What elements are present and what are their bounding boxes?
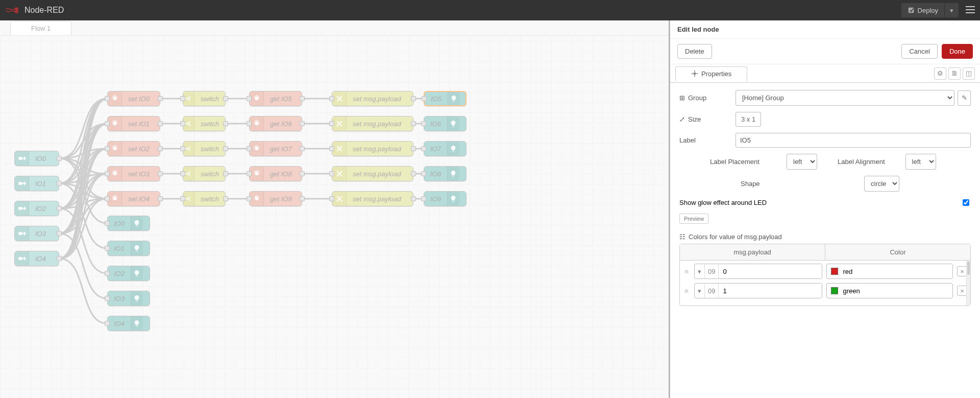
input-port[interactable]: [105, 271, 110, 276]
input-port[interactable]: [329, 146, 334, 151]
input-port[interactable]: [421, 121, 426, 126]
switch-node[interactable]: switch: [183, 141, 226, 156]
function-node[interactable]: get IO9: [249, 191, 302, 206]
input-port[interactable]: [180, 171, 185, 176]
led-node[interactable]: IO5: [424, 91, 467, 106]
input-port[interactable]: [329, 96, 334, 101]
inject-node[interactable]: IO0: [14, 151, 59, 166]
function-node[interactable]: get IO7: [249, 141, 302, 156]
switch-node[interactable]: switch: [183, 191, 226, 206]
node-settings-icon[interactable]: ⚙: [934, 67, 946, 80]
input-port[interactable]: [105, 171, 110, 176]
color-input[interactable]: [826, 264, 953, 279]
input-port[interactable]: [247, 96, 252, 101]
output-port[interactable]: [411, 196, 416, 201]
shape-select[interactable]: circle: [864, 176, 899, 192]
output-port[interactable]: [300, 171, 305, 176]
input-port[interactable]: [105, 221, 110, 226]
glow-checkbox[interactable]: [963, 199, 969, 206]
function-node[interactable]: set IO3: [107, 166, 160, 181]
inject-node[interactable]: IO1: [14, 176, 59, 191]
function-node[interactable]: set IO1: [107, 116, 160, 131]
output-port[interactable]: [300, 146, 305, 151]
input-port[interactable]: [422, 96, 427, 101]
type-caret-icon[interactable]: ▾: [695, 264, 705, 278]
change-node[interactable]: set msg.payload: [332, 191, 413, 206]
label-placement-select[interactable]: left: [787, 154, 817, 170]
output-port[interactable]: [158, 146, 163, 151]
label-alignment-select[interactable]: left: [905, 154, 936, 170]
output-port[interactable]: [223, 146, 228, 151]
change-node[interactable]: set msg.payload: [332, 166, 413, 181]
function-node[interactable]: set IO0: [107, 91, 160, 106]
group-edit-button[interactable]: ✎: [958, 90, 971, 106]
input-port[interactable]: [105, 246, 110, 251]
color-input[interactable]: [826, 283, 953, 298]
tab-flow1[interactable]: Flow 1: [10, 21, 71, 35]
type-caret-icon[interactable]: ▾: [695, 284, 705, 298]
switch-node[interactable]: switch: [183, 166, 226, 181]
output-port[interactable]: [223, 196, 228, 201]
input-port[interactable]: [180, 96, 185, 101]
input-port[interactable]: [247, 121, 252, 126]
input-port[interactable]: [247, 196, 252, 201]
node-description-icon[interactable]: 🗎: [948, 67, 961, 80]
output-port[interactable]: [411, 146, 416, 151]
input-port[interactable]: [105, 121, 110, 126]
led-node[interactable]: IO7: [424, 141, 467, 156]
output-port[interactable]: [223, 121, 228, 126]
function-node[interactable]: get IO8: [249, 166, 302, 181]
inject-node[interactable]: IO3: [14, 226, 59, 241]
output-port[interactable]: [223, 171, 228, 176]
output-port[interactable]: [57, 256, 62, 261]
label-input[interactable]: [736, 133, 971, 148]
led-node[interactable]: IO4: [107, 316, 150, 331]
inject-node[interactable]: IO4: [14, 251, 59, 266]
input-port[interactable]: [105, 196, 110, 201]
input-port[interactable]: [180, 196, 185, 201]
input-port[interactable]: [105, 146, 110, 151]
output-port[interactable]: [411, 121, 416, 126]
input-port[interactable]: [180, 146, 185, 151]
cancel-button[interactable]: Cancel: [901, 44, 937, 59]
properties-tab[interactable]: Properties: [675, 66, 747, 81]
function-node[interactable]: set IO2: [107, 141, 160, 156]
output-port[interactable]: [411, 171, 416, 176]
change-node[interactable]: set msg.payload: [332, 141, 413, 156]
led-node[interactable]: IO0: [107, 216, 150, 231]
input-port[interactable]: [105, 296, 110, 301]
input-port[interactable]: [421, 196, 426, 201]
output-port[interactable]: [57, 231, 62, 236]
output-port[interactable]: [223, 96, 228, 101]
switch-node[interactable]: switch: [183, 116, 226, 131]
color-table-scrollbar[interactable]: [966, 261, 970, 306]
drag-handle-icon[interactable]: ≡: [683, 287, 690, 295]
input-port[interactable]: [105, 96, 110, 101]
led-node[interactable]: IO9: [424, 191, 467, 206]
delete-button[interactable]: Delete: [677, 44, 712, 59]
output-port[interactable]: [300, 121, 305, 126]
function-node[interactable]: set IO4: [107, 191, 160, 206]
drag-handle-icon[interactable]: ≡: [683, 268, 690, 275]
output-port[interactable]: [158, 196, 163, 201]
group-select[interactable]: [Home] Group: [736, 90, 954, 106]
led-node[interactable]: IO6: [424, 116, 467, 131]
input-port[interactable]: [247, 146, 252, 151]
input-port[interactable]: [421, 171, 426, 176]
output-port[interactable]: [57, 206, 62, 211]
led-node[interactable]: IO1: [107, 241, 150, 256]
input-port[interactable]: [105, 321, 110, 326]
input-port[interactable]: [421, 146, 426, 151]
output-port[interactable]: [158, 96, 163, 101]
change-node[interactable]: set msg.payload: [332, 116, 413, 131]
payload-value-input[interactable]: ▾09: [694, 264, 822, 279]
output-port[interactable]: [57, 181, 62, 186]
input-port[interactable]: [247, 171, 252, 176]
switch-node[interactable]: switch: [183, 91, 226, 106]
led-node[interactable]: IO8: [424, 166, 467, 181]
payload-value-input[interactable]: ▾09: [694, 283, 822, 298]
deploy-button[interactable]: Deploy: [901, 3, 945, 17]
delete-row-button[interactable]: ×: [957, 266, 967, 276]
preview-button[interactable]: Preview: [679, 214, 708, 224]
input-port[interactable]: [329, 171, 334, 176]
